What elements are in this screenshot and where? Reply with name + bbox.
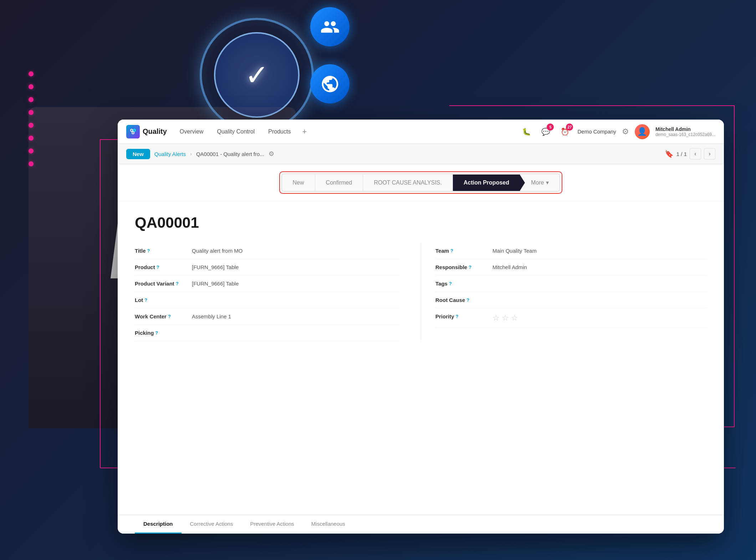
user-name: Mitchell Admin [655,126,715,132]
globe-icon [310,64,349,104]
form-content: QA00001 Title ? Quality alert from MO Pr… [118,201,724,515]
nav-item-products[interactable]: Products [262,126,296,138]
field-label-product-variant: Product Variant ? [135,281,192,287]
help-icon-product-variant[interactable]: ? [176,281,179,286]
help-icon-picking[interactable]: ? [155,330,158,336]
connector-v-left [100,140,101,468]
status-step-more[interactable]: More ▾ [520,174,560,191]
app-logo-icon [126,125,140,138]
bookmark-icon[interactable]: 🔖 [665,150,674,158]
nav-add-button[interactable]: + [298,126,310,138]
form-row-responsible: Responsible ? Mitchell Admin [435,259,707,276]
field-value-team[interactable]: Main Quality Team [492,248,707,254]
help-icon-team[interactable]: ? [450,248,453,253]
settings-icon[interactable]: ⚙ [622,127,629,136]
breadcrumb-bar: New Quality Alerts › QA00001 - Quality a… [118,144,724,164]
checkmark-icon: ✓ [245,59,269,92]
status-step-action-proposed[interactable]: Action Proposed [453,175,520,191]
pink-dot [29,148,34,153]
star-3[interactable]: ☆ [511,313,518,323]
pagination-info: 1 / 1 [676,151,687,157]
field-value-responsible[interactable]: Mitchell Admin [492,264,707,270]
new-badge[interactable]: New [126,149,150,159]
tab-miscellaneous[interactable]: Miscellaneous [303,515,354,534]
form-row-team: Team ? Main Quality Team [435,243,707,259]
help-icon-tags[interactable]: ? [449,281,452,286]
pagination-prev-button[interactable]: ‹ [690,148,701,160]
star-2[interactable]: ☆ [502,313,509,323]
navbar: Quality Overview Quality Control Product… [118,120,724,144]
field-value-work-center[interactable]: Assembly Line 1 [192,313,399,319]
help-icon-root-cause[interactable]: ? [466,297,469,303]
pink-dot [29,136,34,141]
form-row-title: Title ? Quality alert from MO [135,243,399,259]
status-step-new[interactable]: New [282,175,315,191]
field-label-priority: Priority ? [435,313,492,319]
status-step-root-cause[interactable]: ROOT CAUSE ANALYSIS. [363,175,453,191]
navbar-logo: Quality [126,125,167,138]
field-label-lot: Lot ? [135,297,192,303]
status-step-confirmed[interactable]: Confirmed [315,175,363,191]
field-label-title: Title ? [135,248,192,254]
status-bar-container: New Confirmed ROOT CAUSE ANALYSIS. Actio… [118,164,724,201]
breadcrumb-current: QA00001 - Quality alert fro... [196,151,264,157]
debug-icon: 🐛 [522,127,531,136]
navbar-nav: Overview Quality Control Products + [174,126,513,138]
help-icon-product[interactable]: ? [157,264,159,270]
record-settings-button[interactable]: ⚙ [269,150,274,158]
debug-button[interactable]: 🐛 [520,125,533,138]
form-row-product: Product ? [FURN_9666] Table [135,259,399,276]
record-id: QA00001 [135,214,707,231]
pink-dot [29,84,34,89]
tab-description[interactable]: Description [135,515,182,534]
form-row-product-variant: Product Variant ? [FURN_9666] Table [135,276,399,292]
company-name: Demo Company [577,128,616,135]
tabs-container: Description Corrective Actions Preventiv… [118,515,724,534]
user-avatar[interactable]: 👤 [635,124,650,139]
form-row-priority: Priority ? ☆ ☆ ☆ [435,308,707,328]
pink-dot [29,97,34,102]
chevron-down-icon: ▾ [546,179,549,186]
people-icon [310,7,349,46]
pink-dot [29,71,34,76]
status-bar-wrapper: New Confirmed ROOT CAUSE ANALYSIS. Actio… [279,171,563,194]
svg-point-0 [131,129,133,131]
help-icon-responsible[interactable]: ? [469,264,471,270]
help-icon-title[interactable]: ? [147,248,150,253]
field-value-product[interactable]: [FURN_9666] Table [192,264,399,270]
tab-preventive-actions[interactable]: Preventive Actions [241,515,302,534]
help-icon-priority[interactable]: ? [456,314,459,319]
navbar-right: 🐛 💬 5 ⏰ 27 Demo Company ⚙ 👤 Mitchell Adm… [520,124,715,139]
field-label-picking: Picking ? [135,330,192,336]
pink-dot [29,123,34,128]
field-label-root-cause: Root Cause ? [435,297,492,303]
form-grid: Title ? Quality alert from MO Product ? … [135,243,707,341]
status-bar: New Confirmed ROOT CAUSE ANALYSIS. Actio… [281,173,561,192]
help-icon-lot[interactable]: ? [144,297,147,303]
field-label-product: Product ? [135,264,192,270]
field-label-team: Team ? [435,248,492,254]
navbar-brand: Quality [143,127,167,136]
help-icon-work-center[interactable]: ? [168,314,171,319]
form-row-picking: Picking ? [135,325,399,341]
breadcrumb-section-link[interactable]: Quality Alerts [154,151,186,157]
field-label-tags: Tags ? [435,281,492,287]
user-info: Mitchell Admin demo_saas-163_c12c052a69.… [655,126,715,137]
tech-orb-inner: ✓ [214,32,300,118]
app-window: Quality Overview Quality Control Product… [118,120,724,534]
messages-button[interactable]: 💬 5 [539,125,552,138]
clock-button[interactable]: ⏰ 27 [558,125,572,138]
connector-top-right [449,105,735,106]
pagination-next-button[interactable]: › [704,148,715,160]
tab-corrective-actions[interactable]: Corrective Actions [182,515,242,534]
form-row-tags: Tags ? [435,276,707,292]
nav-item-quality-control[interactable]: Quality Control [211,126,260,138]
field-value-title[interactable]: Quality alert from MO [192,248,399,254]
form-row-lot: Lot ? [135,292,399,308]
priority-stars[interactable]: ☆ ☆ ☆ [492,313,518,323]
field-value-product-variant[interactable]: [FURN_9666] Table [192,281,399,287]
star-1[interactable]: ☆ [492,313,500,323]
form-row-root-cause: Root Cause ? [435,292,707,308]
messages-badge: 5 [547,123,554,131]
nav-item-overview[interactable]: Overview [174,126,209,138]
